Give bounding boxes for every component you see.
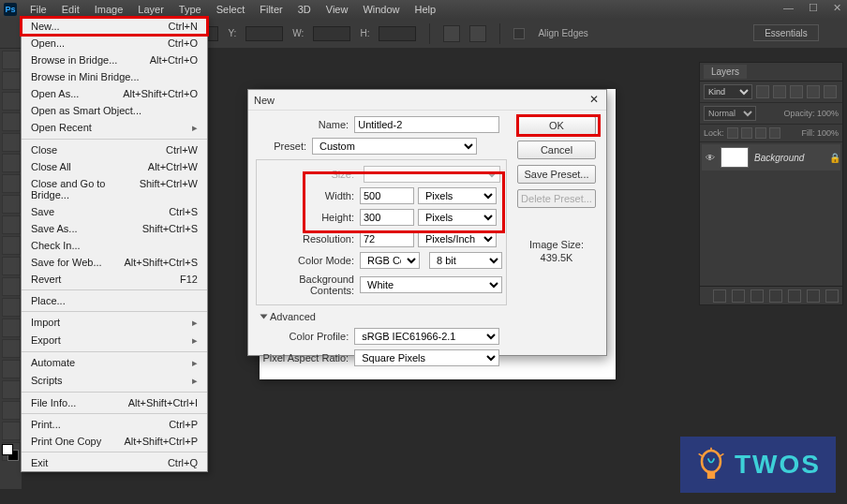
file-menu-item[interactable]: Browse in Bridge...Alt+Ctrl+O [22,52,207,68]
preset-select[interactable]: Custom [312,138,477,155]
filter-adjust-icon[interactable] [773,85,786,98]
lock-position-icon[interactable] [755,127,766,139]
menu-window[interactable]: Window [355,4,407,15]
adjustment-layer-icon[interactable] [769,289,782,303]
ok-button[interactable]: OK [517,116,596,135]
lock-all-icon[interactable] [769,127,780,139]
colorprofile-select[interactable]: sRGB IEC61966-2.1 [354,328,499,345]
file-menu-item[interactable]: Automate▸ [22,354,207,372]
align-icon[interactable] [443,25,460,42]
width-unit-select[interactable]: Pixels [418,187,497,204]
layer-name[interactable]: Background [754,153,804,163]
filter-type-icon[interactable] [790,85,803,98]
par-select[interactable]: Square Pixels [354,349,499,366]
hand-tool-icon[interactable] [2,422,21,440]
stamp-tool-icon[interactable] [2,215,21,234]
filter-kind-select[interactable]: Kind [704,84,752,99]
workspace-switcher[interactable]: Essentials [753,24,819,41]
file-menu-item[interactable]: Open Recent▸ [22,119,207,137]
height-unit-select[interactable]: Pixels [418,209,497,226]
file-menu-item[interactable]: Print...Ctrl+P [22,416,207,433]
menu-filter[interactable]: Filter [252,4,290,15]
colormode-select[interactable]: RGB Color [360,252,420,269]
foreground-color-icon[interactable] [2,444,13,455]
dodge-tool-icon[interactable] [2,319,21,337]
window-close-icon[interactable]: ✕ [833,2,841,14]
visibility-eye-icon[interactable]: 👁 [704,151,717,164]
menu-type[interactable]: Type [171,4,209,15]
trash-icon[interactable] [825,289,839,303]
history-brush-tool-icon[interactable] [2,236,21,255]
menu-layer[interactable]: Layer [130,4,171,15]
file-menu-item[interactable]: SaveCtrl+S [22,203,207,220]
menu-3d[interactable]: 3D [290,4,319,15]
eraser-tool-icon[interactable] [2,257,21,275]
filter-shape-icon[interactable] [807,85,820,98]
healing-tool-icon[interactable] [2,174,21,193]
cancel-button[interactable]: Cancel [517,141,596,159]
name-input[interactable] [354,116,499,133]
layer-mask-icon[interactable] [750,289,764,303]
lasso-tool-icon[interactable] [2,92,21,111]
file-menu-item[interactable]: Open As...Alt+Shift+Ctrl+O [22,85,207,102]
file-menu-item[interactable]: Close and Go to Bridge...Shift+Ctrl+W [22,175,207,203]
filter-pixel-icon[interactable] [756,85,769,98]
bgcontents-select[interactable]: White [360,276,502,293]
file-menu-item[interactable]: Export▸ [22,332,207,349]
layers-tab[interactable]: Layers [704,65,747,79]
distribute-icon[interactable] [469,25,486,42]
file-menu-item[interactable]: Print One CopyAlt+Shift+Ctrl+P [22,433,207,450]
menu-view[interactable]: View [319,4,356,15]
height-input[interactable] [360,209,414,226]
resolution-unit-select[interactable]: Pixels/Inch [418,230,497,247]
file-menu-item[interactable]: Check In... [22,237,207,254]
save-preset-button[interactable]: Save Preset... [517,165,596,184]
file-menu-item[interactable]: Browse in Mini Bridge... [22,68,207,85]
lock-transparency-icon[interactable] [727,127,738,139]
width-input[interactable] [360,187,414,204]
wand-tool-icon[interactable] [2,112,21,131]
file-menu-item[interactable]: File Info...Alt+Shift+Ctrl+I [22,394,207,411]
colordepth-select[interactable]: 8 bit [429,252,502,269]
file-menu-item[interactable]: Close AllAlt+Ctrl+W [22,158,207,175]
menu-edit[interactable]: Edit [54,4,87,15]
layer-row[interactable]: 👁 Background 🔒 [702,144,840,170]
menu-help[interactable]: Help [408,4,444,15]
file-menu-item[interactable]: CloseCtrl+W [22,141,207,158]
file-menu-item[interactable]: Open as Smart Object... [22,102,207,119]
blur-tool-icon[interactable] [2,298,21,317]
advanced-toggle[interactable]: Advanced [261,311,499,322]
file-menu-item[interactable]: Place... [22,292,207,309]
new-layer-icon[interactable] [807,289,820,303]
align-edges-checkbox[interactable] [513,28,525,39]
menu-image[interactable]: Image [87,4,131,15]
window-maximize-icon[interactable]: ☐ [809,2,818,14]
file-menu-item[interactable]: Open...Ctrl+O [22,35,207,52]
resolution-input[interactable] [360,230,414,247]
move-tool-icon[interactable] [2,51,21,69]
path-tool-icon[interactable] [2,380,21,399]
file-menu-item[interactable]: RevertF12 [22,271,207,288]
y-input[interactable] [245,26,283,41]
file-menu-item[interactable]: Scripts▸ [22,372,207,390]
brush-tool-icon[interactable] [2,195,21,214]
file-menu-item[interactable]: ExitCtrl+Q [22,454,207,471]
menu-select[interactable]: Select [209,4,253,15]
dialog-close-icon[interactable]: ✕ [587,94,601,107]
file-menu-item[interactable]: Import▸ [22,314,207,332]
menu-file[interactable]: File [22,4,54,15]
pen-tool-icon[interactable] [2,339,21,358]
group-icon[interactable] [788,289,801,303]
gradient-tool-icon[interactable] [2,277,21,296]
filter-smart-icon[interactable] [824,85,837,98]
layer-fx-icon[interactable] [732,289,745,303]
h-input[interactable] [379,26,416,41]
eyedropper-tool-icon[interactable] [2,154,21,172]
file-menu-item[interactable]: New...Ctrl+N [22,18,207,35]
crop-tool-icon[interactable] [2,133,21,152]
color-swatches[interactable] [2,444,19,461]
marquee-tool-icon[interactable] [2,71,21,90]
link-layers-icon[interactable] [713,289,726,303]
shape-tool-icon[interactable] [2,401,21,420]
file-menu-item[interactable]: Save for Web...Alt+Shift+Ctrl+S [22,254,207,271]
